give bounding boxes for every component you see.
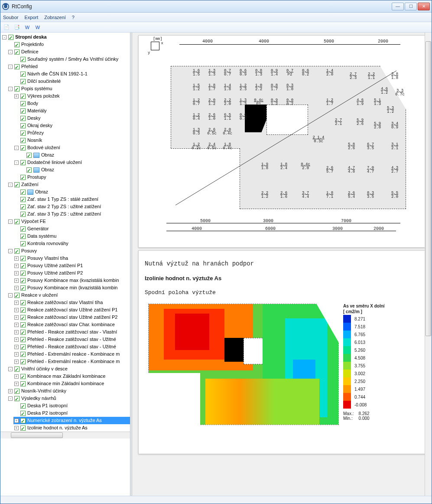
tree-check[interactable] (14, 182, 19, 187)
tree-check[interactable] (20, 123, 26, 128)
tree-item[interactable]: Obraz (19, 151, 130, 159)
tree-check[interactable] (20, 101, 26, 106)
tree-item[interactable]: +Posuvy Kombinace min (kvazistálá kombin (13, 284, 130, 291)
tree-check[interactable] (20, 72, 26, 77)
tree-check[interactable] (20, 79, 26, 84)
tree-item[interactable]: Materiály (13, 107, 130, 115)
tree-check[interactable] (20, 131, 26, 136)
tree-item[interactable]: Kontrola rovnováhy (13, 240, 130, 247)
tree-check[interactable] (20, 94, 26, 99)
tree-check[interactable] (14, 64, 19, 69)
tree-toggle[interactable]: - (8, 219, 13, 224)
tree-toggle[interactable]: - (8, 87, 13, 91)
tree-check[interactable] (14, 249, 19, 254)
tree-item[interactable]: +Přehled - Reakce zatěžovací stav - Užit… (13, 343, 130, 350)
tree-check[interactable] (20, 359, 26, 364)
content-pane[interactable]: x [mm] y 4000400050002000 (132, 33, 432, 496)
tree-toggle[interactable]: + (14, 264, 19, 268)
tree-item[interactable]: -Vnitřní účinky v desce (7, 365, 130, 373)
tree-toggle[interactable]: - (8, 396, 13, 401)
tree-toggle[interactable]: - (8, 293, 13, 298)
tree-item[interactable]: -Výpočet FE (7, 218, 130, 225)
tree-toggle[interactable]: - (8, 249, 13, 253)
tree-check[interactable] (14, 86, 19, 92)
tree-hscroll[interactable] (0, 432, 130, 439)
tree-item[interactable]: -Výsledky návrhů (7, 395, 130, 402)
tree-item[interactable]: -Popis systému (7, 85, 130, 92)
tree-toggle[interactable]: + (14, 426, 19, 430)
tree-toggle[interactable]: + (14, 308, 19, 312)
tree-check[interactable] (26, 167, 32, 173)
tree-toggle[interactable]: - (8, 183, 13, 187)
toolbar-btn-4[interactable]: W (33, 23, 42, 32)
tree-check[interactable] (20, 322, 26, 327)
tree-item[interactable]: +Posuvy Užitné zatížení P1 (13, 262, 130, 269)
tree-check[interactable] (20, 337, 26, 342)
tree-toggle[interactable]: + (14, 330, 19, 334)
minimize-button[interactable]: — (392, 3, 404, 10)
tree-pane[interactable]: -Stropní deskaProjektinfo-DefiniceSouřad… (0, 33, 130, 496)
tree-item[interactable]: Obraz (19, 166, 130, 173)
tree-item[interactable]: -Definice (7, 48, 130, 56)
tree-item[interactable]: +Posuvy Vlastní tíha (13, 255, 130, 262)
tree-check[interactable] (20, 204, 26, 209)
tree-toggle[interactable]: + (14, 337, 19, 342)
tree-check[interactable] (20, 241, 26, 246)
tree-item[interactable]: Zať. stav 1 Typ ZS : stálé zatížení (13, 196, 130, 203)
tree-toggle[interactable]: + (14, 382, 19, 386)
tree-toggle[interactable]: + (14, 374, 19, 379)
tree-check[interactable] (20, 57, 26, 62)
tree-item[interactable]: +Přehled - Reakce zatěžovací stav - Vlas… (13, 328, 130, 336)
menu-file[interactable]: Soubor (3, 15, 18, 20)
tree-item[interactable]: -Reakce v uložení (7, 291, 130, 299)
tree-item[interactable]: +Izolinie hodnot n. výztuže As (13, 424, 130, 432)
tree-check[interactable] (20, 108, 26, 114)
tree-toggle[interactable]: + (14, 94, 19, 98)
menu-export[interactable]: Export (24, 15, 38, 20)
toolbar-btn-3[interactable]: W (23, 23, 32, 32)
toolbar-btn-2[interactable]: 📑 (13, 23, 21, 32)
tree-check[interactable] (20, 418, 26, 423)
tree-toggle[interactable]: + (14, 352, 19, 357)
tree-check[interactable] (20, 344, 26, 350)
tree-item[interactable]: Data systému (13, 232, 130, 240)
tree-check[interactable] (20, 308, 26, 313)
tree-toggle[interactable]: + (14, 301, 19, 305)
tree-item[interactable]: Zať. stav 2 Typ ZS : užitné zatížení (13, 203, 130, 210)
tree-item[interactable]: +Výkres položek (13, 92, 130, 100)
tree-item[interactable]: Desky (13, 115, 130, 122)
tree-item[interactable]: Průřezy (13, 129, 130, 137)
toolbar-btn-1[interactable]: 📄 (2, 23, 11, 32)
tree-toggle[interactable]: + (8, 389, 13, 393)
tree-toggle[interactable]: + (14, 419, 19, 423)
tree-check[interactable] (20, 256, 26, 261)
tree-check[interactable] (20, 374, 26, 379)
tree-check[interactable] (20, 160, 26, 165)
tree-check[interactable] (14, 219, 19, 224)
tree-check[interactable] (20, 411, 26, 416)
tree-check[interactable] (14, 42, 19, 47)
tree-toggle[interactable]: + (14, 256, 19, 261)
tree-check[interactable] (20, 138, 26, 143)
tree-toggle[interactable]: - (2, 35, 6, 39)
tree-check[interactable] (20, 330, 26, 335)
tree-item[interactable]: Obraz (13, 188, 130, 196)
tree-toggle[interactable]: + (14, 286, 19, 290)
tree-item[interactable]: Deska P2 isotropní (13, 409, 130, 417)
tree-check[interactable] (20, 271, 26, 276)
tree-check[interactable] (20, 212, 26, 217)
tree-item[interactable]: +Přehled - Extremální reakce - Kombinace… (13, 350, 130, 358)
tree-item[interactable]: -Zatížení (7, 181, 130, 188)
tree-item[interactable]: Deska P1 isotropní (13, 402, 130, 409)
tree-check[interactable] (20, 116, 26, 121)
tree-item[interactable]: +Reakce zatěžovací stav Vlastní tíha (13, 299, 130, 306)
tree-item[interactable]: Generátor (13, 225, 130, 232)
tree-item[interactable]: Dílčí součinitelé (13, 78, 130, 85)
maximize-button[interactable]: ☐ (405, 3, 417, 10)
tree-item[interactable]: -Bodové uložení (13, 144, 130, 151)
menu-help[interactable]: ? (72, 15, 75, 20)
tree-item[interactable]: +Posuvy Užitné zatížení P2 (13, 269, 130, 277)
tree-item[interactable]: Body (13, 100, 130, 107)
tree-item[interactable]: Projektinfo (7, 41, 130, 48)
tree-item[interactable]: +Reakce zatěžovací stav Užitné zatížení … (13, 314, 130, 321)
